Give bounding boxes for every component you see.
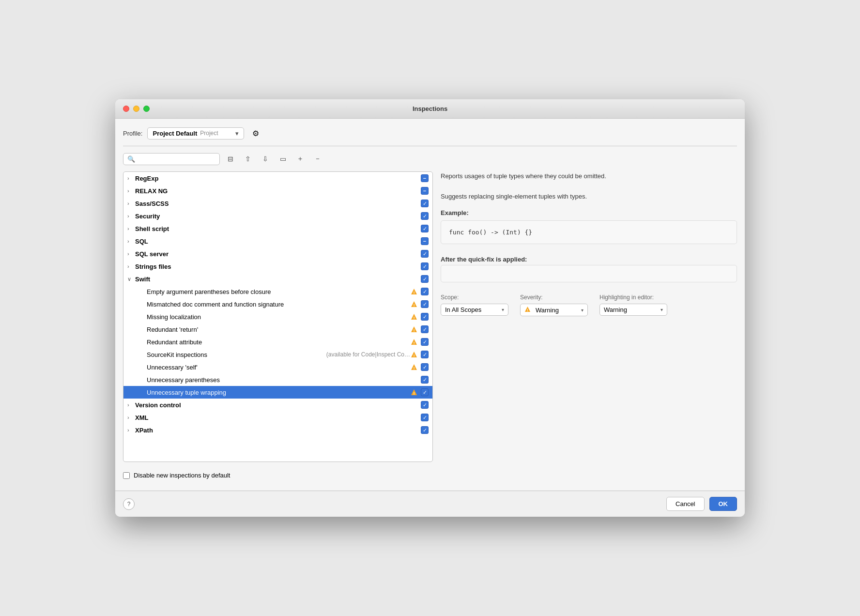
scope-value: In All Scopes (445, 306, 499, 313)
tree-item-regexp[interactable]: › RegExp (123, 172, 432, 185)
label-wrap-swift-sourcekit: SourceKit inspections (available for Cod… (147, 351, 410, 358)
tree-item-swift-unnecessary-parens[interactable]: Unnecessary parentheses (123, 373, 432, 386)
tree-item-version-control[interactable]: › Version control (123, 399, 432, 411)
settings-row: Scope: In All Scopes ▾ Severity: ! Warn (441, 294, 737, 316)
tree-item-swift-sourcekit[interactable]: SourceKit inspections (available for Cod… (123, 348, 432, 361)
tree-item-swift-missing-loc[interactable]: Missing localization ! (123, 310, 432, 323)
expand-selected-button[interactable]: ▭ (276, 152, 290, 166)
checkbox-swift[interactable] (421, 275, 429, 283)
checkbox-swift-unnecessary-parens[interactable] (421, 376, 429, 384)
checkbox-sass[interactable] (421, 200, 429, 207)
tree-item-shell-script[interactable]: › Shell script (123, 222, 432, 235)
description-2: Suggests replacing single-element tuples… (441, 192, 737, 202)
inspections-window: Inspections Profile: Project Default Pro… (115, 99, 745, 517)
close-button[interactable] (123, 106, 129, 112)
label-wrap-swift-missing-loc: Missing localization (147, 313, 410, 321)
expand-arrow-version-control: › (127, 402, 135, 408)
label-security: Security (135, 213, 421, 220)
search-input[interactable] (138, 155, 219, 163)
label-version-control: Version control (135, 401, 421, 409)
label-shell-script: Shell script (135, 225, 421, 232)
expand-arrow-sql-server: › (127, 251, 135, 257)
scope-select[interactable]: In All Scopes ▾ (441, 304, 508, 316)
label-wrap-swift-redundant-attr: Redundant attribute (147, 339, 410, 346)
tree-item-sql-server[interactable]: › SQL server (123, 247, 432, 260)
tree-item-swift-tuple-wrapping[interactable]: Unnecessary tuple wrapping ! (123, 386, 432, 399)
add-button[interactable]: ＋ (293, 152, 307, 166)
tree-item-swift-redundant-return[interactable]: Redundant 'return' ! (123, 323, 432, 336)
ok-button[interactable]: OK (709, 497, 737, 511)
checkbox-version-control[interactable] (421, 401, 429, 409)
label-swift-empty-arg: Empty argument parentheses before closur… (147, 288, 410, 295)
inspection-tree: › RegExp › RELAX NG › Sass/SCSS (123, 171, 433, 462)
bottom-row: ? Cancel OK (115, 491, 745, 517)
checkbox-swift-missing-loc[interactable] (421, 313, 429, 321)
checkbox-security[interactable] (421, 212, 429, 220)
checkbox-swift-redundant-return[interactable] (421, 325, 429, 333)
svg-text:!: ! (414, 328, 415, 333)
checkbox-xpath[interactable] (421, 426, 429, 434)
checkbox-swift-tuple-wrapping[interactable] (421, 388, 429, 396)
label-regexp: RegExp (135, 175, 421, 182)
minimize-button[interactable] (133, 106, 139, 112)
checkbox-sql-server[interactable] (421, 250, 429, 258)
warning-icon-swift-tuple-wrapping: ! (410, 388, 418, 396)
profile-select-sub: Project (200, 130, 218, 137)
checkbox-regexp[interactable] (421, 174, 429, 182)
profile-select[interactable]: Project Default Project ▾ (147, 127, 244, 139)
search-box[interactable]: 🔍 (123, 153, 220, 165)
profile-label: Profile: (123, 130, 142, 137)
collapse-all-button[interactable]: ⇩ (259, 152, 272, 166)
gear-button[interactable]: ⚙ (249, 126, 262, 140)
highlighting-select[interactable]: Warning ▾ (599, 304, 667, 316)
tree-item-swift-empty-arg[interactable]: Empty argument parentheses before closur… (123, 285, 432, 298)
checkbox-swift-mismatched[interactable] (421, 300, 429, 308)
chevron-down-icon: ▾ (235, 130, 239, 137)
tree-item-xml[interactable]: › XML (123, 411, 432, 424)
example-label: Example: (441, 209, 737, 216)
maximize-button[interactable] (143, 106, 150, 112)
checkbox-swift-unnecessary-self[interactable] (421, 363, 429, 371)
scope-label: Scope: (441, 294, 508, 301)
expand-arrow-xml: › (127, 415, 135, 420)
cancel-button[interactable]: Cancel (666, 497, 704, 511)
tree-item-relax-ng[interactable]: › RELAX NG (123, 185, 432, 197)
checkbox-shell-script[interactable] (421, 225, 429, 232)
checkbox-swift-sourcekit[interactable] (421, 351, 429, 358)
tree-item-swift-unnecessary-self[interactable]: Unnecessary 'self' ! (123, 361, 432, 373)
main-content: Profile: Project Default Project ▾ ⚙ 🔍 ⊟… (115, 119, 745, 491)
disable-checkbox[interactable] (123, 472, 130, 479)
label-wrap-swift-unnecessary-self: Unnecessary 'self' (147, 364, 410, 371)
tree-item-swift[interactable]: ∨ Swift (123, 273, 432, 285)
checkbox-relax-ng[interactable] (421, 187, 429, 195)
warning-icon-swift-sourcekit: ! (410, 351, 418, 358)
tree-item-sass[interactable]: › Sass/SCSS (123, 197, 432, 210)
expand-all-button[interactable]: ⇧ (241, 152, 255, 166)
tree-item-sql[interactable]: › SQL (123, 235, 432, 247)
checkbox-swift-redundant-attr[interactable] (421, 338, 429, 346)
checkbox-sql[interactable] (421, 237, 429, 245)
after-fix-section: After the quick-fix is applied: (441, 256, 737, 282)
scope-chevron-icon: ▾ (502, 307, 504, 312)
remove-button[interactable]: － (311, 152, 324, 166)
tree-item-xpath[interactable]: › XPath (123, 424, 432, 436)
tree-item-strings-files[interactable]: › Strings files (123, 260, 432, 273)
help-button[interactable]: ? (123, 498, 135, 510)
label-sql-server: SQL server (135, 250, 421, 258)
tree-item-security[interactable]: › Security (123, 210, 432, 222)
tree-item-swift-mismatched[interactable]: Mismatched doc comment and function sign… (123, 298, 432, 310)
expand-arrow-security: › (127, 213, 135, 219)
label-swift-unnecessary-parens: Unnecessary parentheses (147, 376, 421, 384)
filter-button[interactable]: ⊟ (224, 152, 237, 166)
scope-group: Scope: In All Scopes ▾ (441, 294, 508, 316)
highlighting-label: Highlighting in editor: (599, 294, 667, 301)
highlighting-chevron-icon: ▾ (660, 307, 663, 312)
severity-label: Severity: (520, 294, 588, 301)
tree-item-swift-redundant-attr[interactable]: Redundant attribute ! (123, 336, 432, 348)
checkbox-swift-empty-arg[interactable] (421, 288, 429, 295)
svg-text:!: ! (414, 303, 415, 308)
warning-icon-swift-redundant-return: ! (410, 325, 418, 333)
severity-select[interactable]: ! Warning ▾ (520, 304, 588, 316)
checkbox-strings-files[interactable] (421, 262, 429, 270)
checkbox-xml[interactable] (421, 414, 429, 421)
